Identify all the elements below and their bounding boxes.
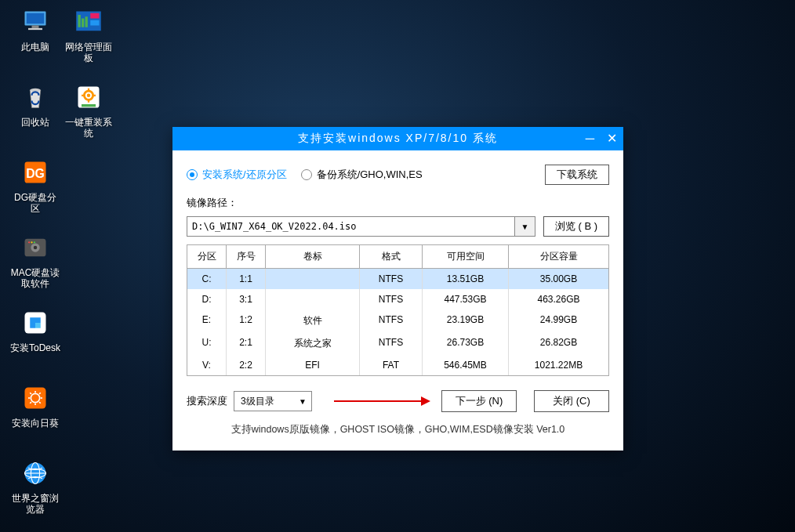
svg-rect-5 — [78, 15, 81, 27]
cell-partition: U: — [187, 332, 227, 355]
cell-format: NTFS — [360, 269, 423, 289]
svg-line-31 — [30, 393, 31, 394]
desktop-icon-pc[interactable]: 此电脑 — [10, 6, 60, 52]
cell-seq: 1:1 — [227, 269, 266, 289]
svg-rect-1 — [27, 13, 45, 24]
next-button[interactable]: 下一步 (N) — [441, 390, 517, 412]
radio-backup[interactable]: 备份系统/GHO,WIN,ES — [301, 168, 423, 182]
browser-icon — [20, 458, 51, 489]
title-bar[interactable]: 支持安装windows XP/7/8/10 系统 ─ ✕ — [172, 127, 623, 150]
svg-point-22 — [34, 241, 35, 243]
pc-icon — [20, 6, 51, 38]
th-seq: 序号 — [227, 245, 266, 268]
desktop-icon-recycle[interactable]: 回收站 — [10, 81, 60, 128]
svg-line-34 — [39, 393, 41, 394]
table-row[interactable]: V:2:2EFIFAT546.45MB1021.22MB — [187, 355, 608, 375]
desktop-icon-label: 网络管理面板 — [64, 42, 114, 63]
close-button[interactable]: 关闭 (C) — [534, 390, 609, 412]
todesk-icon — [20, 307, 51, 338]
radio-icon — [301, 169, 312, 180]
desktop-icon-label: 此电脑 — [10, 42, 60, 52]
th-capacity: 分区容量 — [509, 245, 608, 268]
th-format: 格式 — [360, 245, 423, 268]
cell-capacity: 1021.22MB — [509, 355, 608, 375]
table-row[interactable]: D:3:1NTFS447.53GB463.26GB — [187, 289, 608, 309]
cell-free: 23.19GB — [423, 309, 509, 332]
desktop-icon-reinstall[interactable]: 一键重装系统 — [64, 81, 114, 139]
cell-volume — [266, 269, 360, 289]
cell-partition: C: — [187, 269, 227, 289]
svg-point-13 — [87, 94, 91, 98]
th-partition: 分区 — [187, 245, 227, 268]
svg-rect-7 — [85, 16, 88, 27]
svg-rect-25 — [25, 388, 46, 409]
cell-seq: 2:2 — [227, 355, 266, 375]
desktop-icon-dg[interactable]: DGDG硬盘分区 — [10, 157, 60, 214]
svg-rect-6 — [82, 19, 84, 27]
svg-point-20 — [28, 241, 30, 243]
cell-format: NTFS — [360, 332, 423, 355]
table-row[interactable]: C:1:1NTFS13.51GB35.00GB — [187, 269, 608, 289]
desktop-icon-browser[interactable]: 世界之窗浏览器 — [10, 458, 60, 515]
svg-text:DG: DG — [26, 167, 45, 180]
desktop-icon-label: MAC硬盘读取软件 — [10, 267, 60, 289]
close-icon[interactable]: ✕ — [607, 132, 617, 145]
mode-radio-group: 安装系统/还原分区 备份系统/GHO,WIN,ES 下载系统 — [187, 165, 609, 185]
image-path-select[interactable]: D:\G_WIN7_X64_OK_V2022.04.iso ▼ — [187, 216, 535, 237]
cell-volume: 软件 — [266, 309, 360, 332]
desktop-icon-todesk[interactable]: 安装ToDesk — [10, 307, 60, 353]
cell-free: 13.51GB — [423, 269, 509, 289]
cell-capacity: 26.82GB — [509, 332, 608, 355]
dg-icon: DG — [20, 157, 51, 188]
desktop-icon-label: 一键重装系统 — [64, 117, 114, 139]
cell-capacity: 35.00GB — [509, 269, 608, 289]
image-path-value: D:\G_WIN7_X64_OK_V2022.04.iso — [187, 221, 514, 232]
table-row[interactable]: E:1:2软件NTFS23.19GB24.99GB — [187, 309, 608, 332]
radio-icon — [187, 169, 198, 180]
cell-partition: E: — [187, 309, 227, 332]
radio-install-restore[interactable]: 安装系统/还原分区 — [187, 168, 287, 182]
svg-rect-2 — [32, 26, 39, 28]
desktop-icon-mac[interactable]: MAC硬盘读取软件 — [10, 232, 60, 289]
search-depth-select[interactable]: 3级目录 ▼ — [234, 391, 312, 411]
radio-label: 安装系统/还原分区 — [202, 168, 287, 182]
table-header-row: 分区 序号 卷标 格式 可用空间 分区容量 — [187, 245, 608, 269]
svg-point-19 — [34, 246, 38, 250]
svg-rect-3 — [28, 28, 42, 30]
cell-volume — [266, 289, 360, 309]
netpanel-icon — [73, 6, 104, 38]
partition-table: 分区 序号 卷标 格式 可用空间 分区容量 C:1:1NTFS13.51GB35… — [187, 244, 609, 376]
cell-seq: 1:2 — [227, 309, 266, 332]
recycle-icon — [20, 81, 51, 113]
search-depth-value: 3级目录 — [234, 395, 294, 408]
arrow-annotation — [334, 400, 430, 402]
download-system-button[interactable]: 下载系统 — [545, 165, 609, 185]
table-row[interactable]: U:2:1系统之家NTFS26.73GB26.82GB — [187, 332, 608, 355]
cell-volume: EFI — [266, 355, 360, 375]
cell-volume: 系统之家 — [266, 332, 360, 355]
svg-rect-9 — [90, 20, 99, 26]
radio-label: 备份系统/GHO,WIN,ES — [317, 168, 423, 182]
desktop-icon-sunlogin[interactable]: 安装向日葵 — [10, 382, 60, 429]
browse-button[interactable]: 浏览 ( B ) — [543, 216, 609, 237]
svg-rect-14 — [82, 104, 96, 107]
desktop-icon-label: DG硬盘分区 — [10, 192, 60, 214]
sunlogin-icon — [20, 382, 51, 414]
cell-capacity: 463.26GB — [509, 289, 608, 309]
desktop-icon-netpanel[interactable]: 网络管理面板 — [64, 6, 114, 63]
cell-free: 546.45MB — [423, 355, 509, 375]
svg-rect-24 — [35, 323, 41, 328]
cell-seq: 2:1 — [227, 332, 266, 355]
cell-free: 447.53GB — [423, 289, 509, 309]
dropdown-icon[interactable]: ▼ — [294, 392, 311, 411]
cell-partition: V: — [187, 355, 227, 375]
desktop-icon-label: 回收站 — [10, 117, 60, 128]
footer-text: 支持windows原版镜像，GHOST ISO镜像，GHO,WIM,ESD镜像安… — [187, 423, 609, 440]
minimize-icon[interactable]: ─ — [586, 132, 594, 145]
svg-line-33 — [30, 402, 31, 404]
svg-point-21 — [31, 241, 32, 243]
cell-seq: 3:1 — [227, 289, 266, 309]
dropdown-icon[interactable]: ▼ — [514, 217, 535, 236]
window-title: 支持安装windows XP/7/8/10 系统 — [172, 132, 623, 146]
cell-partition: D: — [187, 289, 227, 309]
